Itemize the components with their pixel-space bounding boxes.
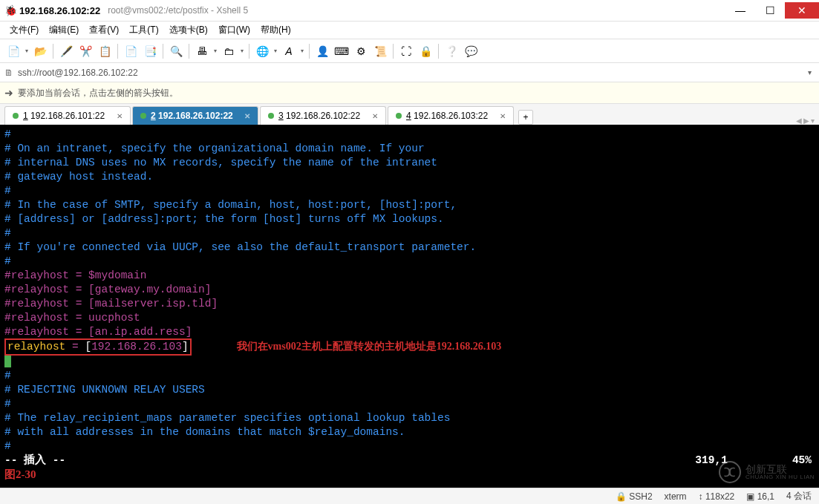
- tab-scroll-left-icon[interactable]: ◀: [796, 117, 802, 125]
- status-window-size: ↕ 118x22: [699, 491, 735, 502]
- status-protocol: 🔒 SSH2: [616, 491, 653, 502]
- status-dot-icon: [140, 113, 146, 119]
- status-bar: 🔒 SSH2 xterm ↕ 118x22 ▣ 16,1 4 会话: [0, 488, 819, 504]
- print-icon[interactable]: 🖶: [193, 42, 211, 60]
- vim-status-line: -- 插入 --319,1 45%: [4, 454, 815, 468]
- tab-close-icon[interactable]: ✕: [244, 112, 250, 120]
- menu-tabs[interactable]: 选项卡(B): [164, 22, 213, 39]
- search-icon[interactable]: 🔍: [167, 42, 185, 60]
- comment-line: # [address] or [address]:port; the form …: [4, 212, 815, 226]
- address-field[interactable]: ssh://root@192.168.26.102:22: [16, 66, 805, 79]
- minimize-button[interactable]: —: [725, 2, 755, 19]
- window-title-sub: root@vms002:/etc/postfix - Xshell 5: [108, 5, 248, 16]
- fullscreen-icon[interactable]: ⛶: [397, 42, 415, 60]
- setting-line: #relayhost = uucphost: [4, 311, 815, 325]
- cursor-icon: [4, 356, 11, 367]
- user-icon[interactable]: 👤: [313, 42, 331, 60]
- session-tab-3[interactable]: 3 192.168.26.102:22 ✕: [260, 106, 386, 125]
- session-tab-4[interactable]: 4 192.168.26.103:22 ✕: [388, 106, 514, 125]
- lock-small-icon: 🗎: [4, 68, 13, 78]
- comment-line: #: [4, 184, 815, 198]
- menu-tools[interactable]: 工具(T): [124, 22, 163, 39]
- comment-line: # REJECTING UNKNOWN RELAY USERS: [4, 383, 815, 397]
- status-session-count: 4 会话: [786, 490, 812, 503]
- menu-file[interactable]: 文件(F): [4, 22, 44, 39]
- comment-line: # On an intranet, specify the organizati…: [4, 142, 815, 156]
- setting-line: #relayhost = [gateway.my.domain]: [4, 283, 815, 297]
- gear-icon[interactable]: ⚙: [352, 42, 370, 60]
- comment-line: # gateway host instead.: [4, 170, 815, 184]
- comment-line: #: [4, 255, 815, 269]
- address-bar: 🗎 ssh://root@192.168.26.102:22 ▾: [0, 62, 819, 82]
- tab-close-icon[interactable]: ✕: [372, 112, 378, 120]
- hint-bar: ➜ 要添加当前会话，点击左侧的箭头按钮。: [0, 82, 819, 104]
- tab-close-icon[interactable]: ✕: [117, 112, 123, 120]
- comment-line: #: [4, 226, 815, 240]
- lock-icon[interactable]: 🔒: [417, 42, 434, 60]
- dropdown-icon[interactable]: ▾: [212, 48, 218, 54]
- paste-icon[interactable]: 📑: [141, 42, 159, 60]
- status-term-type: xterm: [665, 491, 687, 502]
- relayhost-config-line: relayhost = [192.168.26.103] 我们在vms002主机…: [4, 339, 815, 355]
- comment-line: # internal DNS uses no MX records, speci…: [4, 156, 815, 170]
- copy-icon[interactable]: 📄: [122, 42, 140, 60]
- dropdown-icon[interactable]: ▾: [24, 48, 30, 54]
- address-dropdown-icon[interactable]: ▾: [805, 68, 815, 76]
- disconnect-icon[interactable]: ✂️: [76, 42, 94, 60]
- session-tab-2[interactable]: 2 192.168.26.102:22 ✕: [132, 106, 258, 125]
- new-session-icon[interactable]: 📄: [4, 42, 22, 60]
- menu-view[interactable]: 查看(V): [84, 22, 124, 39]
- menu-help[interactable]: 帮助(H): [255, 22, 296, 39]
- comment-line: #: [4, 439, 815, 454]
- session-tab-1[interactable]: 1 192.168.26.101:22 ✕: [4, 106, 131, 125]
- dropdown-icon[interactable]: ▾: [239, 48, 245, 54]
- dropdown-icon[interactable]: ▾: [299, 48, 305, 54]
- hint-arrow-icon[interactable]: ➜: [4, 87, 13, 99]
- folder-icon[interactable]: 🗀: [220, 42, 238, 60]
- menu-bar: 文件(F) 编辑(E) 查看(V) 工具(T) 选项卡(B) 窗口(W) 帮助(…: [0, 21, 819, 39]
- reconnect-icon[interactable]: 🖋️: [57, 42, 75, 60]
- window-title-bar: 🐞 192.168.26.102:22 root@vms002:/etc/pos…: [0, 0, 819, 21]
- hint-text: 要添加当前会话，点击左侧的箭头按钮。: [18, 87, 178, 99]
- comment-line: # In the case of SMTP, specify a domain,…: [4, 198, 815, 212]
- setting-line: #relayhost = [mailserver.isp.tld]: [4, 297, 815, 311]
- annotation-text: 我们在vms002主机上配置转发的主机地址是192.168.26.103: [237, 341, 502, 352]
- terminal-output[interactable]: # # On an intranet, specify the organiza…: [0, 125, 819, 488]
- status-dot-icon: [268, 113, 274, 119]
- status-dot-icon: [13, 113, 19, 119]
- open-icon[interactable]: 📂: [31, 42, 49, 60]
- script-icon[interactable]: 📜: [371, 42, 389, 60]
- globe-icon[interactable]: 🌐: [253, 42, 271, 60]
- tab-scroll-right-icon[interactable]: ▶: [803, 117, 809, 125]
- app-icon: 🐞: [4, 4, 16, 16]
- tab-list-dropdown-icon[interactable]: ▾: [811, 117, 815, 125]
- command-icon[interactable]: ⌨: [333, 42, 350, 60]
- dropdown-icon[interactable]: ▾: [273, 48, 278, 54]
- chat-icon[interactable]: 💬: [462, 42, 480, 60]
- figure-caption: 图2-30: [4, 468, 815, 482]
- menu-edit[interactable]: 编辑(E): [44, 22, 84, 39]
- menu-window[interactable]: 窗口(W): [213, 22, 255, 39]
- properties-icon[interactable]: 📋: [96, 42, 114, 60]
- font-icon[interactable]: A: [280, 42, 298, 60]
- setting-line: #relayhost = $mydomain: [4, 269, 815, 283]
- help-icon[interactable]: ❔: [443, 42, 460, 60]
- comment-line: #: [4, 369, 815, 383]
- comment-line: #: [4, 128, 815, 142]
- highlight-box: relayhost = [192.168.26.103]: [4, 338, 192, 356]
- toolbar: 📄▾ 📂 🖋️ ✂️ 📋 📄 📑 🔍 🖶▾ 🗀▾ 🌐▾ A▾ 👤 ⌨ ⚙ 📜 ⛶…: [0, 39, 819, 62]
- status-cursor-pos: ▣ 16,1: [746, 491, 774, 502]
- comment-line: # The relay_recipient_maps parameter spe…: [4, 411, 815, 425]
- close-button[interactable]: ✕: [785, 2, 819, 19]
- add-tab-button[interactable]: +: [518, 110, 533, 125]
- comment-line: # with all addresses in the domains that…: [4, 425, 815, 439]
- setting-line: #relayhost = [an.ip.add.ress]: [4, 325, 815, 339]
- maximize-button[interactable]: ☐: [755, 2, 785, 19]
- comment-line: #: [4, 397, 815, 411]
- comment-line: # If you're connected via UUCP, see also…: [4, 240, 815, 255]
- tab-bar: 1 192.168.26.101:22 ✕ 2 192.168.26.102:2…: [0, 104, 819, 125]
- tab-close-icon[interactable]: ✕: [500, 112, 506, 120]
- cursor-line: [4, 355, 815, 369]
- window-title-main: 192.168.26.102:22: [19, 5, 100, 16]
- status-dot-icon: [396, 113, 402, 119]
